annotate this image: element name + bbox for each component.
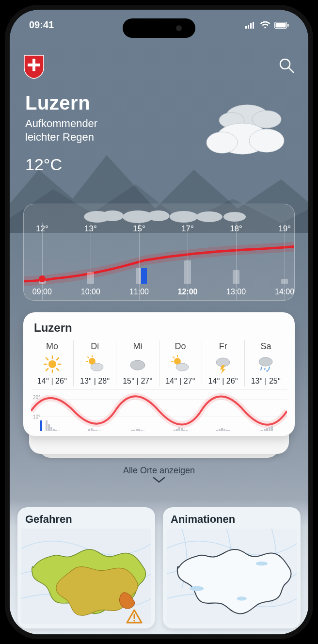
svg-point-9 [280, 59, 290, 69]
weekly-day-label: Mo [46, 341, 58, 352]
svg-line-32 [46, 369, 48, 370]
svg-rect-2 [250, 23, 252, 29]
svg-point-20 [147, 210, 169, 221]
hero-city: Luzern [25, 92, 97, 114]
weekly-temp-chart: 20° 10° [31, 389, 287, 431]
weekly-day-label: Fr [219, 341, 227, 352]
animations-map-tile[interactable]: Animationen [163, 507, 301, 628]
weekly-day-column[interactable]: Fr14° | 26° [202, 340, 244, 386]
svg-point-51 [266, 370, 268, 372]
svg-point-60 [237, 596, 247, 600]
current-weather-hero: Luzern Aufkommender leichter Regen 12°C [25, 92, 97, 174]
svg-point-16 [207, 132, 238, 153]
hazards-title: Gefahren [25, 513, 72, 526]
svg-point-22 [196, 211, 223, 222]
wifi-icon [260, 21, 270, 29]
show-all-places-button[interactable]: Alle Orte anzeigen [10, 466, 308, 483]
hourly-time-label: 10:00 [81, 288, 100, 296]
weekly-precip-group [74, 417, 116, 431]
weekly-day-label: Sa [260, 341, 271, 352]
hourly-temp-label: 19° [278, 224, 291, 234]
hero-temperature: 12°C [25, 155, 97, 174]
svg-line-31 [57, 358, 59, 360]
weekly-day-column[interactable]: Mi15° | 27° [116, 340, 159, 386]
weekly-precip-group [159, 417, 202, 431]
weekly-temps: 15° | 27° [123, 377, 152, 386]
svg-point-21 [170, 211, 198, 223]
hourly-precip-bar [281, 279, 288, 284]
weather-sun-cloud-icon [85, 354, 105, 374]
weekly-day-label: Di [91, 341, 99, 352]
svg-point-39 [130, 361, 138, 367]
svg-line-43 [173, 357, 174, 358]
svg-point-58 [190, 586, 204, 591]
svg-point-44 [176, 363, 189, 371]
battery-icon [274, 22, 289, 29]
hourly-precip-bar [233, 270, 239, 284]
weekly-day-column[interactable]: Mo14° | 26° [31, 340, 73, 386]
weekly-day-label: Mi [133, 341, 142, 352]
svg-point-23 [223, 212, 246, 222]
weekly-temps: 13° | 25° [251, 377, 281, 386]
weather-cloud-icon [128, 354, 147, 374]
switzerland-map-outline-icon [167, 529, 297, 624]
svg-line-30 [57, 369, 59, 370]
svg-point-15 [249, 129, 284, 152]
hourly-temp-label: 18° [230, 224, 242, 234]
weather-sun-icon [43, 354, 62, 374]
svg-point-18 [101, 210, 124, 221]
hourly-time-label: 12:00 [178, 288, 198, 296]
weekly-day-column[interactable]: Do14° | 27° [159, 340, 202, 386]
swiss-logo[interactable] [23, 54, 45, 79]
weekly-day-column[interactable]: Di13° | 28° [73, 340, 116, 386]
svg-point-47 [259, 357, 272, 366]
hourly-temp-label: 13° [84, 224, 97, 234]
show-all-places-label: Alle Orte anzeigen [123, 466, 195, 476]
hourly-temp-line [24, 223, 294, 300]
hourly-precip-bar [87, 272, 94, 284]
hourly-forecast-card[interactable]: 12°09:0013°10:0015°11:0017°12:0018°13:00… [23, 204, 295, 301]
chevron-down-icon [153, 477, 165, 483]
svg-rect-8 [28, 64, 40, 66]
hazards-map-tile[interactable]: Gefahren [17, 507, 155, 628]
weekly-day-column[interactable]: Sa13° | 25° [244, 340, 287, 386]
weather-storm-icon [213, 354, 233, 374]
svg-point-37 [91, 363, 103, 371]
hourly-rain-bar [141, 268, 147, 284]
hourly-time-label: 11:00 [129, 288, 149, 296]
svg-point-24 [48, 360, 56, 368]
svg-rect-1 [248, 25, 249, 29]
weekly-day-label: Do [175, 341, 186, 352]
cellular-icon [245, 22, 256, 29]
svg-point-50 [264, 368, 266, 370]
weekly-precip-group [116, 417, 159, 431]
svg-rect-5 [276, 23, 286, 27]
svg-rect-3 [253, 22, 254, 29]
device-notch [123, 18, 195, 38]
svg-point-59 [255, 562, 268, 565]
warning-icon [126, 609, 143, 626]
svg-line-36 [88, 357, 89, 358]
svg-rect-6 [287, 24, 289, 27]
hourly-time-label: 14:00 [275, 288, 294, 296]
weekly-temps: 14° | 26° [37, 377, 67, 386]
hero-weather-icon [194, 97, 291, 165]
weekly-temps: 13° | 28° [80, 377, 110, 386]
weekly-precip-group [202, 417, 244, 431]
svg-line-49 [269, 367, 270, 370]
weather-snow-rain-icon [256, 354, 275, 374]
status-time: 09:41 [29, 19, 54, 31]
svg-line-10 [289, 68, 293, 72]
weekly-rain-bar [40, 420, 42, 431]
hourly-temp-label: 15° [133, 224, 145, 234]
hourly-time-label: 13:00 [226, 288, 246, 296]
hourly-temp-label: 17° [181, 224, 194, 234]
weekly-title: Luzern [34, 321, 287, 335]
hourly-precip-bar [184, 260, 191, 284]
weather-sun-cloud-icon [171, 354, 190, 374]
weekly-temps: 14° | 27° [165, 377, 195, 386]
svg-line-48 [261, 367, 262, 370]
weekly-forecast-card[interactable]: Luzern Mo14° | 26°Di13° | 28°Mi15° | 27°… [23, 312, 295, 436]
weekly-precip-group [31, 417, 74, 431]
search-icon[interactable] [278, 57, 295, 76]
